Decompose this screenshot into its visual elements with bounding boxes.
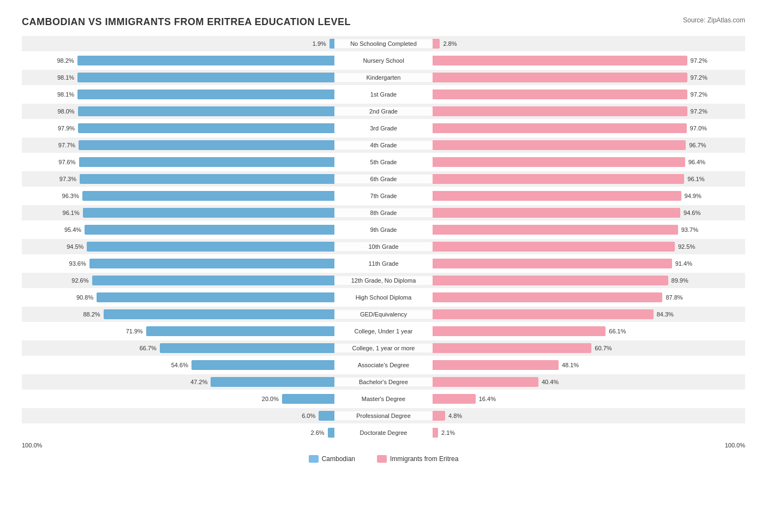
right-pct-label: 40.4% [542,379,559,385]
left-pct-label: 1.9% [313,40,326,47]
bar-row: 96.1% 8th Grade 94.6% [22,205,745,220]
center-label: 9th Grade [334,225,433,234]
right-pct-label: 89.9% [672,277,688,284]
left-pct-label: 54.6% [171,362,188,368]
center-label: Nursery School [334,56,433,65]
left-section: 97.3% [22,171,334,187]
center-label: 4th Grade [334,141,433,150]
left-section: 96.3% [22,188,334,204]
right-section: 94.9% [433,188,745,204]
blue-bar [282,394,334,404]
right-pct-label: 97.2% [691,91,708,98]
right-pct-label: 87.8% [666,294,682,301]
right-section: 93.7% [433,222,745,237]
left-pct-label: 71.9% [126,328,143,334]
left-pct-label: 96.3% [62,193,79,199]
right-pct-label: 91.4% [675,260,692,267]
blue-bar [77,56,334,65]
right-pct-label: 96.1% [687,176,704,182]
center-label: Bachelor's Degree [334,378,433,386]
left-section: 98.0% [22,104,334,119]
bar-row: 98.1% Kindergarten 97.2% [22,70,745,85]
left-pct-label: 6.0% [302,413,315,419]
right-section: 2.8% [433,36,745,51]
blue-bar [79,157,334,167]
blue-bar [80,174,334,184]
left-section: 6.0% [22,408,334,423]
center-label: Kindergarten [334,73,433,82]
left-pct-label: 88.2% [83,311,100,318]
left-section: 1.9% [22,36,334,51]
pink-bar [433,394,476,404]
bar-row: 2.6% Doctorate Degree 2.1% [22,425,745,440]
right-section: 60.7% [433,340,745,356]
right-pct-label: 97.2% [691,74,708,81]
center-label: 2nd Grade [334,107,433,116]
right-pct-label: 92.5% [678,243,695,250]
bar-row: 47.2% Bachelor's Degree 40.4% [22,374,745,390]
pink-bar [433,276,668,285]
right-pct-label: 96.4% [688,159,705,165]
bar-row: 54.6% Associate's Degree 48.1% [22,357,745,373]
left-section: 93.6% [22,256,334,271]
pink-bar [433,292,662,302]
bar-row: 98.1% 1st Grade 97.2% [22,87,745,102]
right-section: 89.9% [433,273,745,288]
legend-blue-color [309,455,319,463]
left-section: 20.0% [22,391,334,407]
bar-row: 88.2% GED/Equivalency 84.3% [22,307,745,322]
blue-bar [97,292,334,302]
left-section: 47.2% [22,374,334,390]
pink-bar [433,343,591,353]
blue-bar [160,343,334,353]
blue-bar [77,89,334,99]
center-label: Professional Degree [334,411,433,420]
bar-row: 95.4% 9th Grade 93.7% [22,222,745,237]
right-pct-label: 97.0% [690,125,707,131]
right-section: 97.2% [433,53,745,68]
center-label: College, 1 year or more [334,344,433,352]
left-section: 2.6% [22,425,334,440]
left-section: 90.8% [22,290,334,305]
left-section: 97.9% [22,121,334,136]
right-pct-label: 16.4% [479,396,496,402]
left-pct-label: 98.2% [57,57,74,64]
right-section: 96.7% [433,138,745,153]
center-label: Associate's Degree [334,361,433,369]
right-pct-label: 4.8% [448,413,462,419]
left-section: 98.1% [22,70,334,85]
center-label: Master's Degree [334,394,433,403]
left-section: 95.4% [22,222,334,237]
pink-bar [433,428,438,438]
blue-bar [328,428,334,438]
left-pct-label: 98.0% [57,108,74,115]
chart-area: 1.9% No Schooling Completed 2.8% 98.2% N… [22,36,745,440]
left-pct-label: 92.6% [71,277,88,284]
pink-bar [433,106,687,116]
pink-bar [433,174,684,184]
left-section: 88.2% [22,307,334,322]
pink-bar [433,360,559,370]
center-label: 1st Grade [334,90,433,99]
right-section: 87.8% [433,290,745,305]
pink-bar [433,73,687,82]
pink-bar [433,259,672,268]
left-section: 92.6% [22,273,334,288]
blue-bar [92,276,334,285]
right-section: 91.4% [433,256,745,271]
chart-header: CAMBODIAN VS IMMIGRANTS FROM ERITREA EDU… [22,16,745,28]
left-section: 97.6% [22,154,334,170]
right-section: 40.4% [433,374,745,390]
pink-bar [433,326,606,336]
right-section: 16.4% [433,391,745,407]
legend-pink-color [377,455,387,463]
bar-row: 20.0% Master's Degree 16.4% [22,391,745,407]
center-label: Doctorate Degree [334,428,433,437]
right-pct-label: 2.1% [441,429,455,436]
pink-bar [433,411,445,421]
pink-bar [433,191,681,201]
pink-bar [433,242,675,252]
legend-blue: Cambodian [309,455,355,463]
left-pct-label: 90.8% [76,294,93,301]
blue-bar [146,326,334,336]
